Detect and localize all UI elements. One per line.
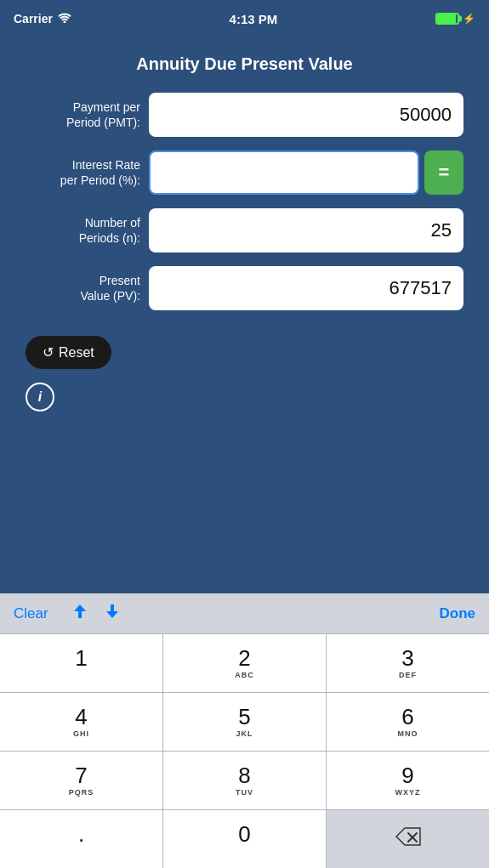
key-7[interactable]: 7 PQRS <box>0 752 162 809</box>
battery-icon <box>435 13 459 25</box>
periods-label: Number ofPeriods (n): <box>26 215 149 246</box>
pv-row: PresentValue (PV): <box>26 266 463 310</box>
key-1[interactable]: 1 <box>0 634 162 692</box>
bolt-icon: ⚡ <box>463 13 475 25</box>
key-0[interactable]: 0 <box>163 810 326 868</box>
periods-input[interactable] <box>149 208 463 252</box>
arrow-up-button[interactable] <box>69 601 91 626</box>
done-button[interactable]: Done <box>440 605 476 622</box>
key-4[interactable]: 4 GHI <box>0 693 162 751</box>
rate-row: Interest Rateper Period (%): = <box>26 150 463 195</box>
key-row-1: 1 2 ABC 3 DEF <box>0 634 489 692</box>
rate-label: Interest Rateper Period (%): <box>26 157 149 188</box>
key-5[interactable]: 5 JKL <box>163 693 326 751</box>
svg-point-0 <box>63 21 65 24</box>
reset-label: Reset <box>59 345 94 360</box>
toolbar-left: Clear <box>14 601 123 626</box>
carrier-label: Carrier <box>14 12 53 26</box>
key-8[interactable]: 8 TUV <box>163 752 326 809</box>
status-time: 4:13 PM <box>230 12 278 26</box>
pv-input[interactable] <box>149 266 463 310</box>
key-delete[interactable] <box>327 810 489 868</box>
wifi-icon <box>58 12 71 26</box>
clear-button[interactable]: Clear <box>14 602 48 626</box>
reset-button[interactable]: ↺ Reset <box>26 336 111 369</box>
key-dot[interactable]: . <box>0 810 162 868</box>
info-button[interactable]: i <box>26 383 54 411</box>
key-3[interactable]: 3 DEF <box>327 634 489 692</box>
pv-input-wrap <box>149 266 463 310</box>
keyboard-grid: 1 2 ABC 3 DEF 4 GHI 5 JKL 6 <box>0 634 489 868</box>
rate-input-wrap: = <box>149 150 463 195</box>
periods-input-wrap <box>149 208 463 252</box>
periods-row: Number ofPeriods (n): <box>26 208 463 252</box>
key-row-3: 7 PQRS 8 TUV 9 WXYZ <box>0 752 489 809</box>
keyboard-area: Clear Done 1 <box>0 593 489 868</box>
key-row-4: . 0 <box>0 810 489 868</box>
pmt-row: Payment perPeriod (PMT): <box>26 93 463 137</box>
pmt-input[interactable] <box>149 93 463 137</box>
pmt-input-wrap <box>149 93 463 137</box>
toolbar-arrows <box>69 601 123 626</box>
arrow-down-button[interactable] <box>101 601 123 626</box>
info-icon: i <box>38 389 42 405</box>
key-6[interactable]: 6 MNO <box>327 693 489 751</box>
app-main: Annuity Due Present Value Payment perPer… <box>0 37 489 593</box>
key-9[interactable]: 9 WXYZ <box>327 752 489 809</box>
reset-icon: ↺ <box>43 344 54 360</box>
key-2[interactable]: 2 ABC <box>163 634 326 692</box>
status-bar: Carrier 4:13 PM ⚡ <box>0 0 489 37</box>
key-row-2: 4 GHI 5 JKL 6 MNO <box>0 693 489 751</box>
pv-label: PresentValue (PV): <box>26 273 149 304</box>
equals-button[interactable]: = <box>424 150 463 195</box>
app-title: Annuity Due Present Value <box>26 54 463 74</box>
status-battery: ⚡ <box>435 13 475 25</box>
status-carrier: Carrier <box>14 12 71 26</box>
keyboard-toolbar: Clear Done <box>0 593 489 634</box>
rate-input[interactable] <box>149 150 419 195</box>
delete-icon <box>395 827 421 851</box>
pmt-label: Payment perPeriod (PMT): <box>26 99 149 130</box>
